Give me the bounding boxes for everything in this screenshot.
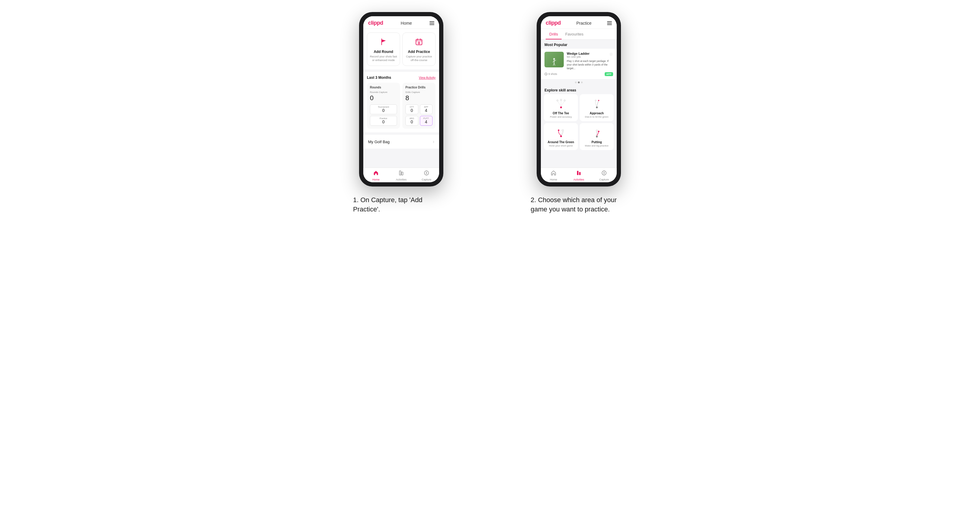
tab-favourites[interactable]: Favourites <box>562 29 587 40</box>
skill-putting-desc: Make and lag practice <box>585 144 608 147</box>
featured-info: Wedge Ladder 50–100 yds Play 1 shot at e… <box>567 52 613 70</box>
svg-point-37 <box>596 130 597 131</box>
svg-line-18 <box>554 63 555 65</box>
golf-bag-row[interactable]: My Golf Bag › <box>363 135 439 149</box>
add-practice-card[interactable]: Add Practice Capture your practice off-t… <box>402 32 436 66</box>
stats-period: Last 3 Months <box>367 76 391 80</box>
arg-putt-row: ARG 0 PUTT 4 <box>406 116 433 126</box>
featured-drill-yards: 50–100 yds <box>567 56 613 58</box>
header-title-2: Practice <box>576 21 592 25</box>
ott-value: 0 <box>407 108 416 113</box>
most-popular-title: Most Popular <box>541 40 617 49</box>
dots-row <box>541 80 617 85</box>
drills-capture-label: Drills Capture <box>406 91 433 94</box>
bottom-nav-1: Home Activities <box>363 168 439 182</box>
app-header-2: clippd Practice <box>541 16 617 29</box>
tab-drills[interactable]: Drills <box>546 29 562 40</box>
drills-col-title: Practice Drills <box>406 86 433 89</box>
featured-thumb <box>544 52 564 67</box>
svg-line-17 <box>553 63 554 65</box>
skill-putting-name: Putting <box>592 140 602 144</box>
nav-activities-1[interactable]: Activities <box>388 170 414 181</box>
svg-point-6 <box>418 43 419 43</box>
nav-activities-label-2: Activities <box>573 178 584 181</box>
featured-drill-card[interactable]: ☆ <box>541 49 617 79</box>
skill-off-the-tee[interactable]: Off The Tee Power and accuracy <box>544 94 578 121</box>
ott-box: OTT 0 <box>406 105 418 114</box>
svg-rect-39 <box>577 171 579 175</box>
phone-section-2: clippd Practice Drills Favourites Most P… <box>502 12 655 214</box>
caption-1: 1. On Capture, tap 'Add Practice'. <box>353 195 449 214</box>
calendar-check-icon <box>414 37 425 47</box>
activities-icon-2 <box>576 170 582 177</box>
featured-drill-title: Wedge Ladder <box>567 52 613 56</box>
tournament-value: 0 <box>372 108 395 113</box>
add-round-desc: Record your shots fast or enhanced mode <box>370 55 397 62</box>
tournament-box: Tournament 0 <box>370 105 397 114</box>
skill-grid: Off The Tee Power and accuracy <box>541 94 617 153</box>
featured-drill-desc: Play 1 shot at each target yardage. If y… <box>567 60 613 70</box>
flag-icon <box>378 37 389 47</box>
home-icon-2 <box>551 170 556 177</box>
skill-atg-name: Around The Green <box>548 140 574 144</box>
svg-line-23 <box>557 101 561 106</box>
skill-atg-desc: Hone your short game <box>549 144 573 147</box>
page-container: clippd Home <box>325 12 655 214</box>
nav-capture-label-2: Capture <box>599 178 609 181</box>
tournament-label: Tournament <box>372 106 395 108</box>
featured-card-inner: Wedge Ladder 50–100 yds Play 1 shot at e… <box>544 52 613 70</box>
skill-approach-name: Approach <box>590 111 604 115</box>
svg-point-32 <box>560 135 562 137</box>
nav-home-label-2: Home <box>550 178 557 181</box>
svg-point-30 <box>595 100 596 101</box>
skill-putting[interactable]: Putting Make and lag practice <box>580 123 614 150</box>
svg-rect-7 <box>399 171 401 175</box>
caption-2: 2. Choose which area of your game you wa… <box>531 195 627 214</box>
practice-value: 0 <box>372 119 395 124</box>
add-round-title: Add Round <box>374 50 393 54</box>
svg-line-25 <box>561 101 565 106</box>
skill-around-the-green[interactable]: Around The Green Hone your short game <box>544 123 578 150</box>
dot-2 <box>578 81 580 83</box>
skill-approach[interactable]: Approach Dial-in to hit the green <box>580 94 614 121</box>
stats-grid: Rounds Rounds Capture 0 Tournament 0 <box>367 83 436 129</box>
drills-capture-value: 8 <box>406 94 433 102</box>
nav-home-1[interactable]: Home <box>363 170 388 181</box>
nav-home-2[interactable]: Home <box>541 170 566 181</box>
nav-activities-label-1: Activities <box>396 178 407 181</box>
svg-point-34 <box>562 129 563 131</box>
nav-activities-2[interactable]: Activities <box>566 170 592 181</box>
rounds-col: Rounds Rounds Capture 0 Tournament 0 <box>367 83 400 129</box>
nav-capture-1[interactable]: Capture <box>414 170 439 181</box>
putt-box: PUTT 4 <box>420 116 433 126</box>
app-content-1: Add Round Record your shots fast or enha… <box>363 29 439 168</box>
practice-box: Practice 0 <box>370 116 397 126</box>
putt-label: PUTT <box>422 117 431 119</box>
stats-section: Last 3 Months View Activity Rounds Round… <box>363 72 439 132</box>
hamburger-icon-2[interactable] <box>607 21 612 25</box>
hamburger-icon-1[interactable] <box>430 21 434 25</box>
putt-value: 4 <box>422 119 431 124</box>
rounds-col-title: Rounds <box>370 86 397 89</box>
svg-line-21 <box>546 74 547 75</box>
ott-label: OTT <box>407 106 416 108</box>
capture-icon-2 <box>601 170 607 177</box>
svg-point-36 <box>596 136 598 138</box>
add-round-card[interactable]: Add Round Record your shots fast or enha… <box>367 32 400 66</box>
skill-ott-name: Off The Tee <box>553 111 569 115</box>
view-activity-link[interactable]: View Activity <box>419 76 436 79</box>
tabs-row: Drills Favourites <box>541 29 617 40</box>
golf-bag-chevron-icon: › <box>433 139 434 144</box>
star-icon[interactable]: ☆ <box>609 52 613 57</box>
svg-point-42 <box>603 172 605 173</box>
bottom-nav-2: Home Activities <box>541 168 617 182</box>
nav-home-label-1: Home <box>372 178 380 181</box>
svg-point-22 <box>560 106 562 108</box>
app-badge: APP <box>605 72 613 76</box>
app-box: APP 4 <box>420 105 433 114</box>
rounds-capture-label: Rounds Capture <box>370 91 397 94</box>
phone-1: clippd Home <box>359 12 443 186</box>
golf-bag-label: My Golf Bag <box>368 140 390 144</box>
add-practice-desc: Capture your practice off-the-course <box>405 55 433 62</box>
nav-capture-2[interactable]: Capture <box>592 170 617 181</box>
